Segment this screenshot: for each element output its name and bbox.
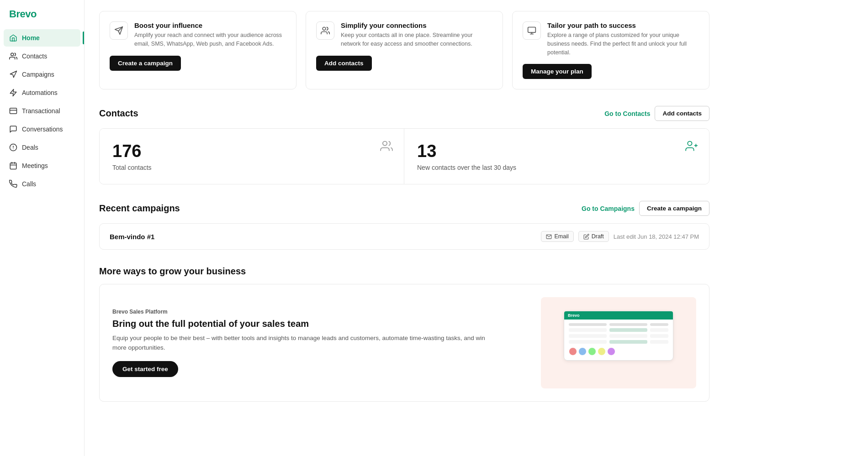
avatar-5 xyxy=(607,347,615,356)
sidebar-item-contacts[interactable]: Contacts xyxy=(4,47,80,65)
card-text: Simplify your connections Keep your cont… xyxy=(341,21,492,48)
total-contacts-icon xyxy=(380,140,393,154)
send-icon-wrap xyxy=(110,21,128,40)
transactional-icon xyxy=(9,107,17,115)
new-contacts-stat: 13 New contacts over the last 30 days xyxy=(404,129,709,184)
sidebar: Brevo Home Contacts xyxy=(0,0,85,456)
sidebar-item-label: Contacts xyxy=(22,52,47,60)
sidebar-item-deals[interactable]: Deals xyxy=(4,139,80,156)
manage-plan-button[interactable]: Manage your plan xyxy=(523,64,592,79)
grow-desc: Equip your people to be their best – wit… xyxy=(112,334,492,353)
main-content: Boost your influence Amplify your reach … xyxy=(85,0,868,456)
total-contacts-label: Total contacts xyxy=(112,164,391,171)
svg-point-17 xyxy=(383,142,387,146)
avatar-1 xyxy=(569,347,577,356)
sidebar-item-meetings[interactable]: Meetings xyxy=(4,157,80,174)
crm-window: Brevo xyxy=(564,311,673,361)
sidebar-item-campaigns[interactable]: Campaigns xyxy=(4,66,80,83)
contacts-section-title: Contacts xyxy=(99,108,138,119)
crm-row-1 xyxy=(569,328,668,332)
card-desc: Explore a range of plans customized for … xyxy=(547,31,699,57)
get-started-free-button[interactable]: Get started free xyxy=(112,361,178,377)
svg-rect-14 xyxy=(528,27,536,33)
campaign-list-item: Bem-vindo #1 Email Draft Last ed xyxy=(99,223,709,250)
sidebar-item-conversations[interactable]: Conversations xyxy=(4,121,80,138)
campaign-name: Bem-vindo #1 xyxy=(110,233,154,241)
sidebar-item-label: Campaigns xyxy=(22,71,54,78)
draft-icon xyxy=(583,234,589,240)
boost-influence-card: Boost your influence Amplify your reach … xyxy=(99,11,296,89)
campaign-meta: Email Draft Last edit Jun 18, 2024 12:47… xyxy=(541,231,699,242)
plan-icon xyxy=(527,26,536,35)
logo-area: Brevo xyxy=(0,0,84,27)
card-header: Tailor your path to success Explore a ra… xyxy=(523,21,699,57)
add-contacts-button[interactable]: Add contacts xyxy=(316,56,372,71)
sidebar-item-label: Conversations xyxy=(22,126,63,133)
sidebar-item-label: Meetings xyxy=(22,162,48,169)
crm-illustration: Brevo xyxy=(559,306,678,379)
card-desc: Amplify your reach and connect with your… xyxy=(134,31,286,48)
home-icon xyxy=(9,34,17,42)
tailor-path-card: Tailor your path to success Explore a ra… xyxy=(512,11,709,89)
campaign-last-edit: Last edit Jun 18, 2024 12:47 PM xyxy=(614,233,699,240)
card-title: Simplify your connections xyxy=(341,21,492,29)
contacts-stats-block: 176 Total contacts 13 New contacts over … xyxy=(99,128,709,184)
avatar-2 xyxy=(578,347,587,356)
sidebar-item-label: Automations xyxy=(22,89,58,96)
campaigns-section-actions: Go to Campaigns Create a campaign xyxy=(582,201,709,216)
grow-tag: Brevo Sales Platform xyxy=(112,309,492,315)
card-text: Tailor your path to success Explore a ra… xyxy=(547,21,699,57)
card-title: Tailor your path to success xyxy=(547,21,699,29)
email-icon xyxy=(546,234,552,240)
sidebar-item-automations[interactable]: Automations xyxy=(4,84,80,101)
sidebar-item-label: Deals xyxy=(22,144,38,151)
card-header: Boost your influence Amplify your reach … xyxy=(110,21,286,48)
card-desc: Keep your contacts all in one place. Str… xyxy=(341,31,492,48)
svg-point-18 xyxy=(688,142,692,146)
campaign-status-label: Draft xyxy=(592,233,604,240)
grow-card-content: Brevo Sales Platform Bring out the full … xyxy=(112,309,492,377)
sidebar-item-home[interactable]: Home xyxy=(4,29,80,47)
sidebar-item-label: Transactional xyxy=(22,107,60,115)
simplify-connections-card: Simplify your connections Keep your cont… xyxy=(306,11,503,89)
campaigns-icon xyxy=(9,70,17,79)
add-contacts-header-button[interactable]: Add contacts xyxy=(655,106,709,121)
users-icon-wrap xyxy=(316,21,334,40)
go-to-campaigns-button[interactable]: Go to Campaigns xyxy=(582,205,635,212)
grow-section-title: More ways to grow your business xyxy=(99,266,246,277)
card-title: Boost your influence xyxy=(134,21,286,29)
send-icon xyxy=(114,26,123,35)
card-text: Boost your influence Amplify your reach … xyxy=(134,21,286,48)
sidebar-item-label: Home xyxy=(22,34,40,42)
automations-icon xyxy=(9,89,17,97)
campaign-type-label: Email xyxy=(554,233,568,240)
contacts-icon xyxy=(9,52,17,60)
total-contacts-stat: 176 Total contacts xyxy=(100,129,404,184)
deals-icon xyxy=(9,143,17,152)
meetings-icon xyxy=(9,162,17,170)
calls-icon xyxy=(9,180,17,188)
email-badge: Email xyxy=(541,231,573,242)
grow-card: Brevo Sales Platform Bring out the full … xyxy=(99,284,709,402)
total-contacts-number: 176 xyxy=(112,142,391,161)
create-campaign-button[interactable]: Create a campaign xyxy=(110,56,181,71)
sidebar-item-transactional[interactable]: Transactional xyxy=(4,102,80,120)
go-to-contacts-button[interactable]: Go to Contacts xyxy=(604,110,650,117)
sidebar-item-label: Calls xyxy=(22,180,36,188)
sidebar-nav: Home Contacts Campaigns xyxy=(0,27,84,195)
crm-table-header-row xyxy=(569,323,668,326)
brevo-logo: Brevo xyxy=(9,8,75,20)
svg-point-0 xyxy=(11,53,14,56)
new-contacts-number: 13 xyxy=(417,142,696,161)
sidebar-item-calls[interactable]: Calls xyxy=(4,175,80,193)
avatar-3 xyxy=(588,347,596,356)
create-campaign-header-button[interactable]: Create a campaign xyxy=(639,201,709,216)
campaigns-section-title: Recent campaigns xyxy=(99,203,180,214)
plan-icon-wrap xyxy=(523,21,541,40)
crm-row-3 xyxy=(569,340,668,344)
contacts-section-header: Contacts Go to Contacts Add contacts xyxy=(99,106,709,121)
crm-row-2 xyxy=(569,334,668,338)
new-contacts-icon xyxy=(685,140,698,154)
draft-badge: Draft xyxy=(578,231,609,242)
grow-title: Bring out the full potential of your sal… xyxy=(112,319,492,329)
